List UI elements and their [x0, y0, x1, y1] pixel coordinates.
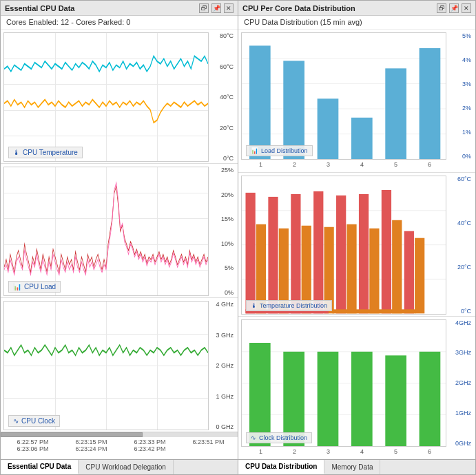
cpu-clock-icon: ∿ — [13, 417, 19, 425]
svg-rect-34 — [249, 343, 271, 446]
left-titlebar-buttons: 🗗 📌 ✕ — [199, 3, 234, 13]
left-panel: Essential CPU Data 🗗 📌 ✕ Cores Enabled: … — [0, 0, 238, 475]
cpu-load-canvas: 📊 CPU Load — [3, 167, 209, 296]
clock-dist-area: ∿ Clock Distribution — [241, 319, 446, 447]
cpu-temp-inner: 🌡 CPU Temperature 80°C 60°C 40°C 20°C 0°… — [3, 32, 235, 162]
x-axis-0: 6:22:57 PM 6:23:06 PM — [17, 439, 48, 452]
left-x-axis: 6:22:57 PM 6:23:06 PM 6:23:15 PM 6:23:24… — [1, 437, 238, 459]
cpu-temp-chart: 🌡 CPU Temperature 80°C 60°C 40°C 20°C 0°… — [1, 30, 238, 164]
right-charts-area: 📊 Load Distribution 5% 4% 3% 2% 1% 0% 1 — [238, 30, 475, 459]
load-dist-chart: 📊 Load Distribution 5% 4% 3% 2% 1% 0% 1 — [238, 30, 475, 173]
cpu-clock-inner: ∿ CPU Clock 4 GHz 3 GHz 2 GHz 1 GHz 0 GH… — [3, 301, 235, 430]
cpu-clock-y-axis: 4 GHz 3 GHz 2 GHz 1 GHz 0 GHz — [209, 301, 235, 430]
svg-rect-21 — [336, 196, 346, 313]
svg-rect-15 — [268, 197, 278, 313]
svg-rect-19 — [313, 191, 323, 313]
left-restore-btn[interactable]: 🗗 — [199, 3, 209, 13]
svg-rect-24 — [369, 229, 379, 314]
svg-rect-28 — [415, 238, 424, 314]
left-scrollbar[interactable] — [1, 432, 238, 437]
left-close-btn[interactable]: ✕ — [224, 3, 234, 13]
svg-rect-27 — [404, 231, 414, 314]
svg-rect-37 — [351, 351, 373, 445]
svg-rect-23 — [359, 194, 369, 313]
load-dist-x-axis: 1 2 3 4 5 6 — [241, 160, 473, 171]
svg-rect-26 — [392, 220, 402, 314]
load-dist-container: 📊 Load Distribution 5% 4% 3% 2% 1% 0% — [241, 32, 473, 160]
svg-rect-22 — [346, 224, 356, 314]
temp-dist-area: 🌡 Temperature Distribution — [241, 176, 446, 314]
svg-rect-9 — [420, 48, 441, 159]
temp-dist-icon: 🌡 — [251, 302, 257, 309]
cpu-temp-canvas: 🌡 CPU Temperature — [3, 32, 209, 162]
svg-rect-5 — [283, 61, 304, 159]
temp-dist-chart: 🌡 Temperature Distribution 60°C 40°C 20°… — [238, 173, 475, 316]
svg-rect-8 — [385, 68, 406, 159]
right-close-btn[interactable]: ✕ — [462, 3, 471, 13]
right-titlebar: CPU Per Core Data Distribution 🗗 📌 ✕ — [238, 1, 475, 16]
cpu-clock-svg — [4, 302, 208, 430]
svg-rect-25 — [382, 190, 391, 313]
temp-dist-container: 🌡 Temperature Distribution 60°C 40°C 20°… — [241, 176, 473, 314]
cpu-load-svg — [4, 167, 208, 295]
cpu-clock-chart: ∿ CPU Clock 4 GHz 3 GHz 2 GHz 1 GHz 0 GH… — [1, 298, 238, 432]
right-restore-btn[interactable]: 🗗 — [437, 3, 446, 13]
tab-cpu-data-dist[interactable]: CPU Data Distribution — [238, 460, 324, 474]
svg-rect-4 — [249, 45, 271, 159]
right-panel: CPU Per Core Data Distribution 🗗 📌 ✕ CPU… — [238, 0, 476, 475]
cpu-temp-label: 🌡 CPU Temperature — [8, 147, 83, 158]
x-axis-3: 6:23:51 PM — [192, 439, 224, 445]
tab-essential-cpu[interactable]: Essential CPU Data — [1, 460, 79, 474]
left-subtitle: Cores Enabled: 12 - Cores Parked: 0 — [1, 16, 238, 30]
temp-dist-svg — [242, 176, 446, 313]
x-axis-1: 6:23:15 PM 6:23:24 PM — [75, 439, 107, 452]
cpu-load-chart: 📊 CPU Load 25% 20% 15% 10% 5% 0% — [1, 164, 238, 298]
svg-rect-38 — [385, 355, 406, 446]
load-dist-area: 📊 Load Distribution — [241, 32, 446, 160]
svg-rect-36 — [318, 351, 339, 445]
left-charts-area: 🌡 CPU Temperature 80°C 60°C 40°C 20°C 0°… — [1, 30, 238, 432]
right-pin-btn[interactable]: 📌 — [449, 3, 459, 13]
left-pin-btn[interactable]: 📌 — [211, 3, 221, 13]
svg-rect-17 — [291, 194, 300, 313]
left-panel-title: Essential CPU Data — [5, 4, 74, 12]
cpu-load-icon: 📊 — [13, 283, 21, 291]
cpu-clock-label: ∿ CPU Clock — [8, 415, 60, 427]
load-dist-label: 📊 Load Distribution — [246, 145, 313, 156]
svg-rect-39 — [420, 351, 441, 445]
clock-dist-y-axis: 4GHz 3GHz 2GHz 1GHz 0GHz — [446, 319, 473, 447]
right-titlebar-buttons: 🗗 📌 ✕ — [437, 3, 471, 13]
right-subtitle: CPU Data Distribution (15 min avg) — [238, 16, 475, 30]
load-dist-icon: 📊 — [251, 147, 258, 154]
svg-rect-7 — [351, 118, 373, 159]
tab-memory-data[interactable]: Memory Data — [324, 460, 380, 474]
cpu-temp-icon: 🌡 — [13, 149, 20, 156]
clock-dist-label: ∿ Clock Distribution — [246, 432, 312, 443]
x-axis-2: 6:23:33 PM 6:23:42 PM — [134, 439, 165, 452]
cpu-load-inner: 📊 CPU Load 25% 20% 15% 10% 5% 0% — [3, 167, 235, 296]
clock-dist-x-axis: 1 2 3 4 5 6 — [241, 447, 473, 458]
right-panel-title: CPU Per Core Data Distribution — [242, 4, 355, 12]
clock-dist-svg — [242, 320, 446, 446]
load-dist-svg — [242, 33, 446, 159]
left-titlebar: Essential CPU Data 🗗 📌 ✕ — [1, 1, 238, 16]
svg-rect-30 — [333, 310, 416, 314]
cpu-clock-canvas: ∿ CPU Clock — [3, 301, 209, 430]
load-dist-y-axis: 5% 4% 3% 2% 1% 0% — [446, 32, 473, 160]
svg-rect-6 — [318, 98, 339, 159]
cpu-load-label: 📊 CPU Load — [8, 281, 61, 293]
clock-dist-chart: ∿ Clock Distribution 4GHz 3GHz 2GHz 1GHz… — [238, 317, 475, 459]
cpu-temp-svg — [4, 33, 208, 161]
tab-cpu-workload[interactable]: CPU Workload Delegation — [79, 460, 174, 474]
clock-dist-container: ∿ Clock Distribution 4GHz 3GHz 2GHz 1GHz… — [241, 319, 473, 447]
left-tab-bar: Essential CPU Data CPU Workload Delegati… — [1, 459, 238, 474]
right-tab-bar: CPU Data Distribution Memory Data — [238, 459, 475, 474]
svg-rect-13 — [245, 193, 255, 313]
cpu-load-y-axis: 25% 20% 15% 10% 5% 0% — [209, 167, 235, 296]
temp-dist-y-axis: 60°C 40°C 20°C 0°C — [446, 176, 473, 314]
temp-dist-label: 🌡 Temperature Distribution — [246, 300, 332, 311]
cpu-temp-y-axis: 80°C 60°C 40°C 20°C 0°C — [209, 32, 235, 162]
clock-dist-icon: ∿ — [251, 434, 256, 441]
